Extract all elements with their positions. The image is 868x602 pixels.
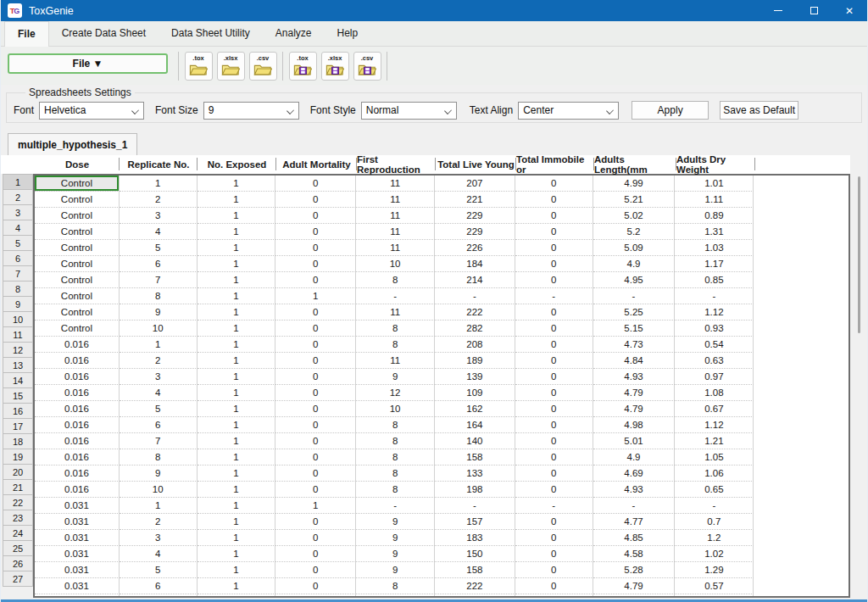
cell[interactable]: 0.67 [675,401,754,417]
cell[interactable]: 0 [275,321,356,337]
cell[interactable]: 1.2 [675,530,754,546]
cell[interactable]: 1 [198,546,276,562]
cell[interactable]: 1.02 [675,546,754,562]
cell[interactable]: 3 [120,530,198,546]
cell[interactable]: 4.99 [593,176,676,192]
menu-tab-analyze[interactable]: Analyze [263,21,325,46]
cell[interactable]: 1 [120,498,198,514]
cell[interactable]: Control [35,304,120,321]
cell[interactable]: 11 [356,240,435,256]
cell[interactable]: 4.93 [593,369,676,385]
cell[interactable]: 9 [356,514,435,530]
cell[interactable]: 1 [198,498,276,514]
cell[interactable]: 0 [515,546,593,562]
cell[interactable]: 11 [356,192,435,208]
cell[interactable]: 0 [275,353,356,369]
cell[interactable]: 1 [198,530,276,546]
menu-tab-file[interactable]: File [4,21,49,47]
cell[interactable]: 5.28 [593,562,676,578]
cell[interactable]: 198 [435,482,515,498]
cell[interactable]: 0 [275,417,356,433]
cell[interactable]: Control [35,176,120,192]
cell[interactable]: 1.31 [675,224,754,240]
row-number-cell[interactable]: 24 [3,525,33,541]
row-number-cell[interactable]: 13 [3,357,33,373]
cell[interactable]: 4.93 [593,482,676,498]
cell[interactable]: 1 [198,288,276,304]
cell[interactable]: 8 [356,433,435,449]
cell[interactable]: 4.77 [593,514,676,530]
cell[interactable]: 0.016 [35,353,120,369]
row-number-cell[interactable]: 1 [3,174,33,190]
cell[interactable]: 4.84 [593,353,676,369]
cell[interactable]: 7 [120,272,198,288]
cell[interactable]: - [675,288,754,304]
cell[interactable]: 1 [198,224,276,240]
column-header-first-reproduction[interactable]: First Reproduction [357,155,436,174]
cell[interactable]: 0 [275,401,356,417]
cell[interactable]: 8 [356,482,435,498]
cell[interactable]: 222 [435,304,515,321]
row-number-cell[interactable]: 21 [3,479,33,495]
cell[interactable]: 4 [120,546,198,562]
cell[interactable]: 4.98 [593,417,676,433]
cell[interactable]: 5.01 [593,433,676,449]
column-header-no-exposed[interactable]: No. Exposed [198,155,276,174]
cell[interactable]: 0.016 [35,385,120,401]
cell[interactable]: 1 [275,498,356,514]
cell[interactable]: 0.016 [35,401,120,417]
cell[interactable]: 1 [198,256,276,272]
cell[interactable]: 158 [435,562,515,578]
cell[interactable]: 109 [435,385,515,401]
cell[interactable]: 9 [356,594,435,598]
cell[interactable]: 0 [275,449,356,465]
vertical-scrollbar[interactable] [858,176,860,333]
cell[interactable]: 1.11 [675,192,754,208]
cell[interactable]: 0 [515,256,593,272]
cell[interactable]: 1 [198,594,276,598]
cell[interactable]: 1 [198,433,276,449]
cell[interactable]: 11 [356,176,435,192]
cell[interactable]: 0 [515,369,593,385]
cell[interactable]: 0 [275,337,356,353]
cell[interactable]: 10 [120,321,198,337]
row-number-cell[interactable]: 23 [3,510,33,526]
cell[interactable]: 0 [515,321,593,337]
cell[interactable]: 8 [120,288,198,304]
cell[interactable]: 1.21 [675,433,754,449]
font-style-select[interactable]: Normal [361,102,457,120]
cell[interactable]: 0.54 [675,337,754,353]
cell[interactable]: 0 [275,369,356,385]
cell[interactable]: 1 [198,482,276,498]
cell[interactable]: 0 [275,192,356,208]
column-header-total-immobile-or[interactable]: Total Immobile or [516,155,594,174]
cell[interactable]: 1 [120,337,198,353]
cell[interactable]: 1 [198,514,276,530]
cell[interactable]: 9 [120,465,198,482]
cell[interactable]: - [593,498,676,514]
cell[interactable]: 4.73 [593,337,676,353]
cell[interactable]: 2 [120,353,198,369]
cell[interactable]: 0 [275,224,356,240]
cell[interactable]: 1.08 [675,385,754,401]
cell[interactable]: - [593,288,676,304]
column-header-total-live-young[interactable]: Total Live Young [436,155,516,174]
save-csv-button[interactable]: .csv [353,52,381,81]
cell[interactable]: 2 [120,514,198,530]
cell[interactable]: 0 [515,224,593,240]
cell[interactable]: 164 [435,417,515,433]
cell[interactable]: 1.29 [675,562,754,578]
cell[interactable]: 0 [275,385,356,401]
cell[interactable]: 11 [356,224,435,240]
cell[interactable]: 0 [515,433,593,449]
cell[interactable]: 189 [435,353,515,369]
cell[interactable]: 1 [198,578,276,594]
cell[interactable]: 207 [435,176,515,192]
menu-tab-data-sheet-utility[interactable]: Data Sheet Utility [159,21,263,46]
cell[interactable]: 0 [515,240,593,256]
cell[interactable]: 1.06 [675,465,754,482]
cell[interactable]: 11 [356,304,435,321]
cell[interactable]: 5.02 [593,208,676,224]
cell[interactable]: 4.77 [593,594,676,598]
row-number-cell[interactable]: 3 [3,204,33,220]
